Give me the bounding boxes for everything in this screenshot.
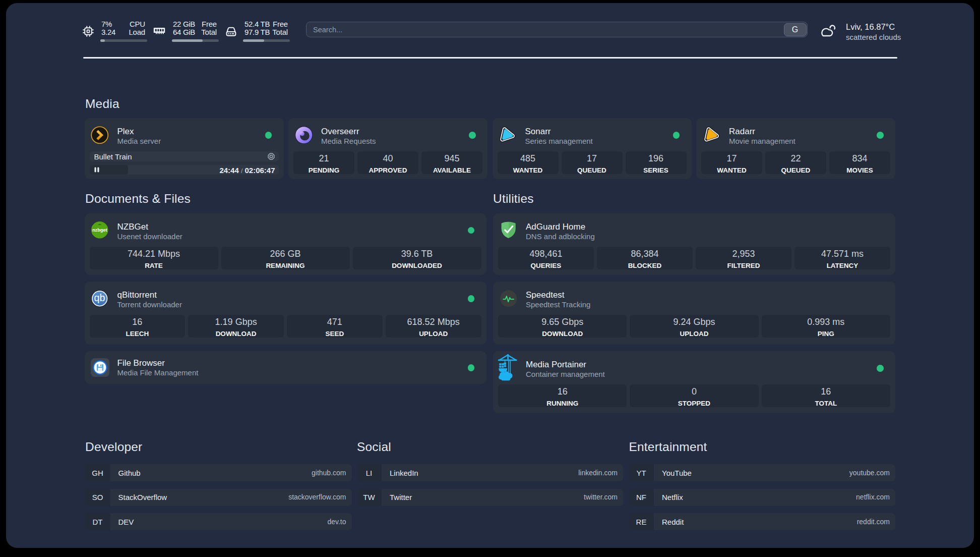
svg-text:nzbget: nzbget — [92, 228, 107, 233]
svg-text:qb: qb — [94, 292, 105, 303]
